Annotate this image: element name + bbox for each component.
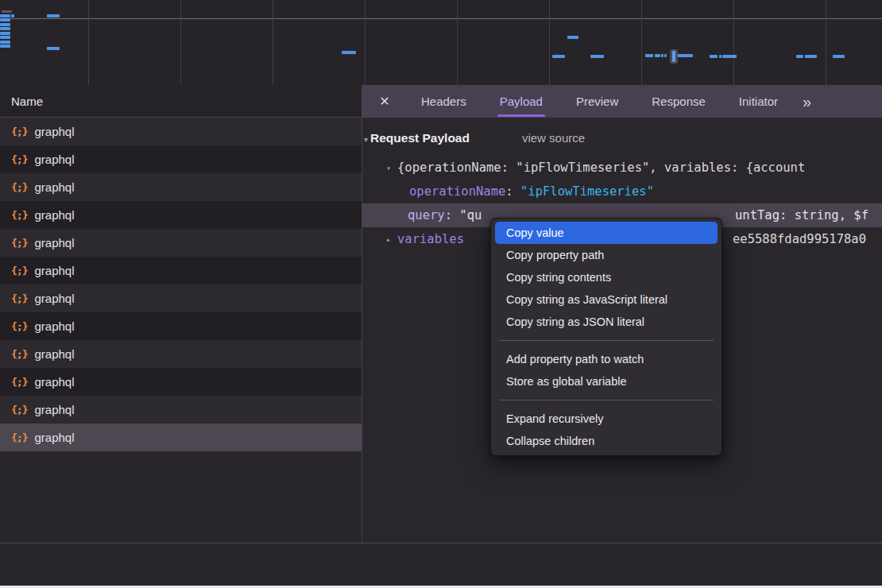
menu-separator — [499, 340, 714, 341]
timeline-bar[interactable] — [0, 14, 10, 17]
timeline-bar[interactable] — [661, 54, 663, 57]
request-list-name-column-header[interactable]: Name — [0, 85, 362, 118]
menu-item-add-property-path-to-watch[interactable]: Add property path to watch — [495, 348, 718, 370]
detail-tab-bar: ✕ HeadersPayloadPreviewResponseInitiator… — [362, 85, 882, 118]
request-name-label: graphql — [34, 236, 74, 250]
request-row[interactable]: {;}graphql — [0, 118, 362, 145]
more-tabs-icon[interactable]: » — [803, 94, 811, 110]
timeline-bar[interactable] — [552, 55, 565, 58]
status-footer — [0, 543, 882, 586]
timeline-bar[interactable] — [47, 14, 60, 17]
name-column-label: Name — [11, 95, 43, 108]
overview-gridline — [273, 0, 273, 85]
request-row[interactable]: {;}graphql — [0, 284, 362, 312]
json-braces-icon: {;} — [11, 237, 27, 249]
timeline-bar[interactable] — [796, 55, 803, 58]
menu-item-store-as-global-variable[interactable]: Store as global variable — [495, 370, 718, 393]
timeline-bar[interactable] — [710, 55, 718, 58]
timeline-bar[interactable] — [0, 44, 10, 48]
collapse-triangle-icon[interactable]: ▾ — [386, 164, 391, 172]
collapse-triangle-icon: ▾ — [364, 135, 368, 144]
object-preview-text: {operationName: "ipFlowTimeseries", vari… — [397, 161, 805, 175]
request-row[interactable]: {;}graphql — [0, 145, 362, 173]
json-braces-icon: {;} — [11, 181, 27, 193]
timeline-selected-bar-inner — [672, 51, 675, 62]
request-row[interactable]: {;}graphql — [0, 396, 362, 424]
request-name-label: graphql — [34, 375, 74, 389]
menu-item-copy-string-as-json-literal[interactable]: Copy string as JSON literal — [495, 311, 718, 333]
expand-triangle-icon[interactable]: ▸ — [386, 235, 391, 244]
timeline-bar[interactable] — [47, 47, 60, 50]
timeline-bar[interactable] — [719, 55, 721, 58]
view-source-link[interactable]: view source — [522, 131, 585, 145]
timeline-bar[interactable] — [664, 54, 667, 57]
operationname-row[interactable]: operationName: "ipFlowTimeseries" — [362, 180, 882, 203]
tab-payload[interactable]: Payload — [488, 85, 555, 118]
timeline-bar[interactable] — [590, 55, 604, 58]
menu-item-copy-string-contents[interactable]: Copy string contents — [495, 266, 718, 288]
close-icon[interactable]: ✕ — [374, 94, 395, 109]
timeline-bar[interactable] — [0, 27, 10, 30]
timeline-bar[interactable] — [567, 36, 578, 39]
timeline-bar[interactable] — [655, 54, 660, 57]
json-braces-icon: {;} — [11, 265, 27, 277]
timeline-bar[interactable] — [678, 54, 693, 57]
property-value-left: "qu — [459, 208, 482, 222]
overview-horizontal-gridline — [0, 18, 882, 19]
json-braces-icon: {;} — [11, 404, 27, 416]
request-row[interactable]: {;}graphql — [0, 368, 362, 396]
request-row[interactable]: {;}graphql — [0, 173, 362, 201]
json-braces-icon: {;} — [11, 348, 27, 360]
timeline-bar[interactable] — [722, 55, 737, 58]
overview-gridline — [88, 0, 89, 85]
request-row[interactable]: {;}graphql — [0, 201, 362, 229]
request-name-label: graphql — [34, 403, 74, 416]
menu-item-collapse-children[interactable]: Collapse children — [495, 430, 718, 452]
request-name-label: graphql — [34, 208, 74, 222]
request-name-label: graphql — [34, 347, 74, 361]
tab-preview[interactable]: Preview — [564, 85, 630, 118]
timeline-selected-bar[interactable] — [670, 49, 678, 64]
request-row[interactable]: {;}graphql — [0, 424, 362, 451]
overview-gridline — [733, 0, 734, 85]
menu-item-copy-string-as-javascript-literal[interactable]: Copy string as JavaScript literal — [495, 288, 718, 311]
timeline-bar[interactable] — [0, 41, 10, 44]
key-separator: : — [445, 208, 460, 222]
timeline-bar[interactable] — [0, 18, 10, 21]
request-payload-section-header[interactable]: ▾ Request Payload view source — [362, 118, 882, 145]
menu-item-copy-value[interactable]: Copy value — [495, 222, 718, 244]
request-name-label: graphql — [34, 319, 74, 333]
overview-gridline — [641, 0, 642, 85]
json-braces-icon: {;} — [11, 376, 27, 388]
timeline-bar[interactable] — [0, 36, 10, 39]
request-row[interactable]: {;}graphql — [0, 257, 362, 284]
menu-item-copy-property-path[interactable]: Copy property path — [495, 244, 718, 266]
property-value: "ipFlowTimeseries" — [520, 184, 654, 199]
property-key: operationName — [409, 184, 505, 199]
section-title: Request Payload — [370, 131, 470, 145]
timeline-bar[interactable] — [833, 55, 845, 58]
timeline-bar[interactable] — [0, 32, 10, 35]
timeline-bar[interactable] — [11, 14, 14, 17]
request-name-label: graphql — [34, 153, 74, 166]
timeline-bar[interactable] — [805, 55, 817, 58]
timeline-bar[interactable] — [2, 10, 12, 13]
json-braces-icon: {;} — [11, 431, 27, 443]
object-preview-row[interactable]: ▾ {operationName: "ipFlowTimeseries", va… — [362, 156, 882, 180]
tab-response[interactable]: Response — [640, 85, 718, 118]
tab-headers[interactable]: Headers — [409, 85, 478, 118]
request-row[interactable]: {;}graphql — [0, 340, 362, 368]
property-key: variables — [397, 232, 464, 246]
network-overview-timeline[interactable] — [0, 0, 882, 86]
tab-initiator[interactable]: Initiator — [727, 85, 790, 118]
devtools-network-panel: Name ✕ HeadersPayloadPreviewResponseInit… — [0, 0, 882, 588]
menu-item-expand-recursively[interactable]: Expand recursively — [495, 408, 718, 430]
timeline-bar[interactable] — [645, 54, 653, 57]
request-row[interactable]: {;}graphql — [0, 312, 362, 340]
key-separator: : — [505, 184, 520, 199]
tab-group: HeadersPayloadPreviewResponseInitiator — [404, 85, 795, 118]
request-name-label: graphql — [34, 125, 74, 138]
timeline-bar[interactable] — [342, 51, 356, 54]
timeline-bar[interactable] — [0, 23, 10, 26]
request-row[interactable]: {;}graphql — [0, 229, 362, 257]
